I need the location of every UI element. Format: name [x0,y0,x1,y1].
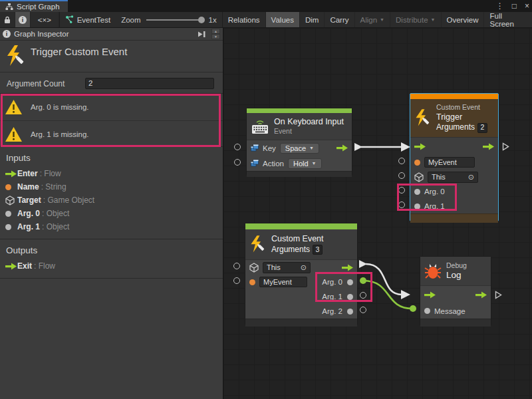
custom-event-icon [5,45,27,68]
gameobject-cube-icon[interactable] [249,263,259,273]
flow-output-icon[interactable] [342,264,353,271]
port-name: Arg. 1 [17,222,40,231]
values-button[interactable]: Values [266,12,300,27]
action-row: Action Hold▼ [247,156,352,171]
dim-button[interactable]: Dim [300,12,325,27]
port-circle[interactable] [398,187,405,194]
node-trigger-custom-event[interactable]: Custom Event Trigger Arguments2 MyEvent [410,93,499,221]
arg2-row: Arg. 2 [245,304,357,319]
node-footer [245,319,357,327]
window-menu-icon[interactable]: ⋮ [496,1,504,11]
node-custom-event[interactable]: Custom Event Arguments3 This ⊙ [245,223,358,325]
port-circle[interactable] [233,263,240,269]
object-picker-icon[interactable]: ⊙ [297,263,307,272]
overview-button[interactable]: Overview [442,12,485,27]
port-circle[interactable] [234,159,241,166]
object-port-icon[interactable] [347,294,353,300]
port-list-item: Arg. 1: Object [0,220,223,233]
arguments-count-field[interactable]: 3 [313,245,323,255]
port-circle[interactable] [233,277,240,284]
divider [0,278,223,279]
argument-count-input[interactable]: 2 [85,78,214,89]
port-circle[interactable] [360,292,366,299]
flow-input-icon[interactable] [424,291,436,299]
key-row: Key Space▼ [247,140,352,156]
target-field[interactable]: This ⊙ [263,262,311,273]
port-circle[interactable] [360,307,366,313]
target-row: This ⊙ [245,260,357,275]
event-name-field[interactable]: MyEvent [259,277,307,287]
lock-button[interactable] [0,12,15,27]
graph-toolbar: i <×> EventTest Zoom 1x Relations Values [0,12,532,28]
flow-output-icon[interactable] [483,143,494,150]
relations-button[interactable]: Relations [223,12,266,27]
node-header: Custom Event Trigger Arguments2 [410,99,498,137]
flow-trigger-icon[interactable] [502,142,509,151]
step-up-button[interactable]: ▲ [211,29,220,34]
message-label: Message [434,307,466,315]
object-port-icon[interactable] [424,308,430,314]
object-picker-icon[interactable]: ⊙ [464,173,474,182]
flow-output-icon[interactable] [475,291,487,299]
inspected-node-header: Trigger Custom Event [0,41,223,72]
flow-input-icon[interactable] [414,143,426,150]
flow-output-icon[interactable] [336,144,348,152]
wire-end-arrow [401,142,410,152]
full-screen-button[interactable]: Full Screen [484,12,532,27]
name-row: MyEvent [410,155,498,170]
window-maximize-icon[interactable]: □ [512,1,517,11]
node-debug-log[interactable]: Debug Log Message [420,256,491,326]
unity-script-graph-window: Script Graph ⋮ □ × i <×> [0,0,532,399]
chevron-down-icon: ▼ [312,161,317,166]
port-type: : String [41,182,66,192]
inline-value-icon [251,144,259,152]
object-port-icon[interactable] [414,203,420,209]
string-port-icon[interactable] [414,160,420,166]
object-port-icon[interactable] [347,279,353,285]
string-port-icon[interactable] [249,279,255,285]
step-down-button[interactable]: ▼ [211,34,220,39]
object-port-icon[interactable] [414,189,420,195]
target-field[interactable]: This ⊙ [428,172,478,183]
inspector-toggle-button[interactable]: i [15,12,31,27]
dock-panel-icon[interactable] [198,31,206,38]
object-port-icon[interactable] [347,309,353,315]
zoom-label: Zoom [121,16,140,24]
distribute-dropdown-button[interactable]: Distribute▼ [390,12,442,27]
code-icon: <×> [38,16,51,24]
node-on-keyboard-input[interactable]: On Keyboard Input Event Key Space▼ [246,108,352,176]
gameobject-cube-icon[interactable] [414,172,424,182]
object-port-icon [5,211,11,217]
port-circle[interactable] [234,144,241,150]
event-name-field[interactable]: MyEvent [424,157,475,168]
graph-breadcrumb[interactable]: EventTest [60,12,116,27]
warning-row: Arg. 1 is missing. [0,120,223,147]
flow-trigger-icon[interactable] [495,291,502,299]
zoom-slider[interactable] [146,17,203,23]
code-view-button[interactable]: <×> [31,12,59,27]
carry-button[interactable]: Carry [325,12,354,27]
port-list-item: Name: String [0,180,223,194]
flow-wire [366,264,402,295]
zoom-slider-handle[interactable] [198,17,205,23]
zoom-control: Zoom 1x [116,12,222,27]
align-dropdown-button[interactable]: Align▼ [355,12,391,27]
selected-color-bar [410,94,498,99]
port-circle[interactable] [398,172,405,179]
warning-text: Arg. 0 is missing. [31,103,89,111]
tab-script-graph[interactable]: Script Graph [0,0,68,12]
inspector-header: i Graph Inspector ▲ ▼ [0,28,223,41]
graph-canvas[interactable]: On Keyboard Input Event Key Space▼ [223,28,532,399]
port-circle[interactable] [398,158,405,164]
window-close-icon[interactable]: × [525,1,529,11]
port-type: : Flow [40,169,61,178]
arguments-count-field[interactable]: 2 [477,123,487,133]
tab-title: Script Graph [17,3,60,11]
action-dropdown[interactable]: Hold▼ [288,158,322,169]
warning-icon [5,126,23,142]
wire-end-arrow [401,290,410,299]
port-name: Enter [17,169,38,178]
port-circle[interactable] [398,201,405,208]
event-color-bar [245,223,357,229]
key-dropdown[interactable]: Space▼ [280,143,319,154]
